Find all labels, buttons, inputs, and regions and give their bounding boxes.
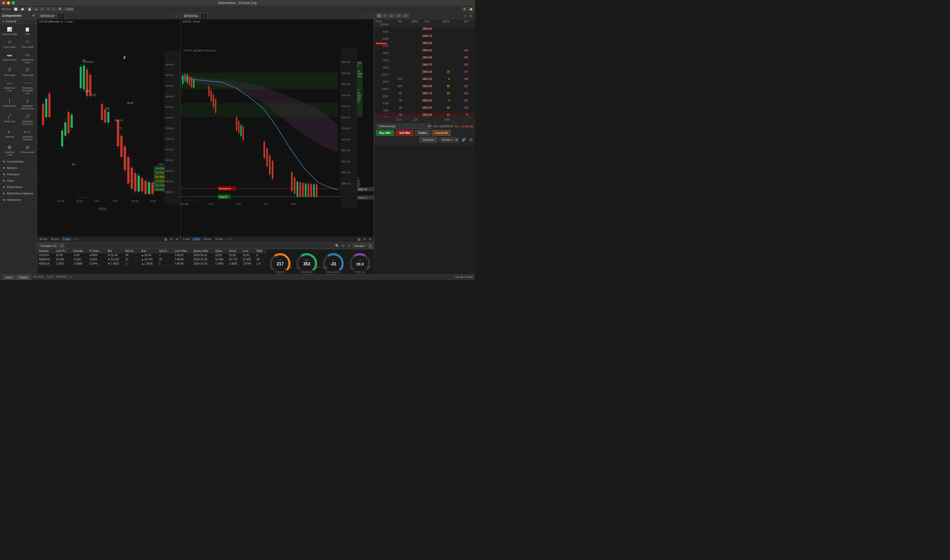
tf-more-right[interactable]: >>11 xyxy=(226,238,232,241)
size-btn-5[interactable]: 5 xyxy=(382,14,387,18)
sidebar-section-general[interactable]: ▼ General xyxy=(0,19,37,24)
tab-home[interactable]: Home xyxy=(2,275,16,280)
sidebar-item-fibonacci[interactable]: ▶ Fibonacci xyxy=(0,171,37,177)
table-row[interactable]: NQMX19 52.450 -0.325 -0.62% ▼ 52.425 22 … xyxy=(37,257,266,262)
tool-volume-profile[interactable]: 📊 Volume Profile xyxy=(1,25,18,37)
toolbar-redo[interactable]: ↪ xyxy=(46,7,51,11)
close-button[interactable] xyxy=(2,2,5,5)
toolbar-cursor[interactable]: ↖ xyxy=(52,7,56,11)
toolbar-settings[interactable]: ⚙ xyxy=(462,7,467,11)
reverse-button[interactable]: Reverse xyxy=(419,137,437,143)
size-btn-1[interactable]: 1 xyxy=(376,14,382,18)
toolbar-save[interactable]: 💾 xyxy=(26,7,32,11)
tf-15min-right[interactable]: 15 min xyxy=(214,237,224,241)
bracket-select[interactable]: Bracket 1 xyxy=(440,137,459,142)
ob-row[interactable]: 58 2902.00 12 72 9781 xyxy=(374,113,475,117)
tool-resistance-zone[interactable]: ▭ Resistance Zone xyxy=(19,51,36,65)
sidebar-item-markers[interactable]: ▶ Markers xyxy=(0,165,37,171)
sidebar-item-harmonics[interactable]: ▶ Harmonics xyxy=(0,197,37,203)
bracket-link-icon[interactable]: 🔗 xyxy=(461,138,466,142)
chart-right-settings-icon[interactable]: ⚙ xyxy=(362,237,367,241)
size-btn-10[interactable]: 10 xyxy=(388,14,395,18)
tool-support-zone[interactable]: ▬ Support Zone xyxy=(1,51,18,65)
nav-scan[interactable]: Scan xyxy=(47,275,53,280)
tool-time-label-1[interactable]: ⏱ Time Label xyxy=(1,66,18,78)
add-tab-icon[interactable]: + xyxy=(69,275,72,280)
add-bottom-tab[interactable]: + xyxy=(60,243,64,248)
toolbar-alerts[interactable]: 🔔 xyxy=(468,7,474,11)
chart-left-expand-icon[interactable]: ⤢ xyxy=(175,14,179,18)
ob-row[interactable]: 2904.75 5360 xyxy=(374,34,475,41)
tf-10min-right[interactable]: 10 min xyxy=(202,237,212,241)
sell-mkt-button[interactable]: Sell Mkt xyxy=(396,130,414,136)
toolbar-print[interactable]: 🖨 xyxy=(34,7,39,11)
tf-45min-left[interactable]: 45 min xyxy=(50,237,60,241)
ob-row[interactable]: 68 2902.25 44 118 7905 xyxy=(374,106,475,113)
tool-price-label-1[interactable]: 🏷 Price Label xyxy=(1,38,18,49)
bottom-search-icon[interactable]: 🔍 xyxy=(335,244,340,248)
tool-extended-trend-line[interactable]: ╱╱ Extended Trend Line xyxy=(19,112,36,126)
size-btn-15[interactable]: 15 xyxy=(395,14,402,18)
tab-charts[interactable]: Charts xyxy=(16,275,31,280)
tool-quadrant-lines[interactable]: ⊞ Quadrant Lines xyxy=(1,143,18,157)
ob-refresh-icon[interactable]: ↺ xyxy=(463,14,467,18)
chart-left-minimize-icon[interactable]: □ xyxy=(171,14,174,18)
tf-1hour-left[interactable]: 1 hour xyxy=(62,237,71,241)
ob-row[interactable]: 2903.75 252 8419 xyxy=(374,63,475,70)
ob-row[interactable]: 50 2902.75 10 156 6962 xyxy=(374,91,475,98)
sidebar-item-gann[interactable]: ▶ Gann xyxy=(0,177,37,184)
ob-row[interactable]: 48 2902.50 4 141 9790 xyxy=(374,98,475,106)
size-btn-20[interactable]: 20 xyxy=(402,14,409,18)
tool-extended-channel[interactable]: ⫦⫦ Extended Channel xyxy=(19,128,36,142)
toolbar-zoom[interactable]: 🔍 xyxy=(57,7,63,11)
tool-horizontal-line[interactable]: — Horizontal Line xyxy=(1,78,18,95)
tab-new-chart-right[interactable]: + xyxy=(201,14,207,18)
nav-account[interactable]: Account xyxy=(34,275,44,280)
sidebar-item-elliott-wave[interactable]: ▶ Elliott Wave xyxy=(0,184,37,190)
sidebar-item-elliott-wave-markers[interactable]: ▶ Elliott Wave Markers xyxy=(0,190,37,197)
chart-right-minimize-icon[interactable]: □ xyxy=(364,14,367,18)
tool-vertical-line[interactable]: | Vertical Line xyxy=(1,97,18,111)
cancel-all-button[interactable]: Cancel All xyxy=(432,130,450,136)
chart-right-bar-type[interactable]: ▦ xyxy=(357,237,361,241)
toolbar-new[interactable]: ⬜ xyxy=(13,7,19,11)
tool-tirone-levels[interactable]: ⊟ Tirone Levels xyxy=(19,143,36,157)
tool-price-label-2[interactable]: 🏷 Price Label xyxy=(19,38,36,49)
tf-30min-left[interactable]: 30 min xyxy=(38,237,48,241)
tf-more-left[interactable]: >>12 xyxy=(73,238,79,241)
buy-mkt-button[interactable]: Buy Mkt xyxy=(376,130,394,136)
tab-energies[interactable]: Energies (5) xyxy=(38,243,59,248)
tool-extended-horizontal-line[interactable]: —— Extended Horizontal Line xyxy=(19,78,36,95)
tf-1min-right[interactable]: 1 min xyxy=(182,237,190,241)
table-row[interactable]: CLEX19 52.45 -0.35 -0.66% ▼ 52.44 34 ▲ 5… xyxy=(37,253,266,257)
chart-left-eye-icon[interactable]: 👁 xyxy=(175,237,179,241)
ob-settings-icon[interactable]: ⚙ xyxy=(468,14,473,18)
table-row[interactable]: HOEX19 1.9027 -0.0008 -0.04% ▼ 1.9022 1 … xyxy=(37,262,266,266)
tool-tpo[interactable]: 📋 TPO xyxy=(19,25,36,37)
bottom-settings-icon[interactable]: ⚙ xyxy=(341,244,345,248)
bracket-power-icon[interactable]: ⏻ xyxy=(469,138,473,142)
ob-row[interactable]: 123 2903.25 4 196 9528 xyxy=(374,77,475,84)
tool-time-label-2[interactable]: ⏱ Time Label xyxy=(19,66,36,78)
flatten-button[interactable]: Flatten xyxy=(415,130,430,136)
toolbar-tf[interactable]: 1 hour xyxy=(64,7,74,11)
tab-epz19-5m[interactable]: EPZ19 5m xyxy=(182,14,200,18)
toolbar-open[interactable]: 📂 xyxy=(20,7,26,11)
sidebar-close-icon[interactable]: ✕ xyxy=(32,14,35,17)
minimize-button[interactable] xyxy=(7,2,10,5)
tool-extended-vertical-line[interactable]: || Extended Vertical Line xyxy=(19,97,36,111)
account-select[interactable]: SIMmwaveapi xyxy=(376,124,432,129)
maximize-button[interactable] xyxy=(12,2,15,5)
ob-row[interactable]: 2905.00 6125 xyxy=(374,27,475,34)
tab-gauges[interactable]: Gauges xyxy=(352,243,367,248)
ob-row[interactable]: 2904.25 240 5555 xyxy=(374,48,475,55)
ob-row[interactable]: 2904.00 386 7524 xyxy=(374,55,475,63)
toolbar-undo[interactable]: ↩ xyxy=(40,7,45,11)
ob-scroll[interactable]: 2905.00 6125 2904.75 5360 Resistance 290… xyxy=(374,27,475,117)
tool-channel[interactable]: ⫦ Channel xyxy=(1,128,18,142)
ob-row[interactable]: 2903.50 15 247 10257 xyxy=(374,70,475,77)
tab-epz19-1h[interactable]: EPZ19 1h* xyxy=(38,14,57,18)
nav-optimize[interactable]: Optimize xyxy=(56,275,68,280)
add-gauges-tab[interactable]: + xyxy=(368,243,373,248)
tool-trend-line[interactable]: ╱ Trend Line xyxy=(1,112,18,126)
